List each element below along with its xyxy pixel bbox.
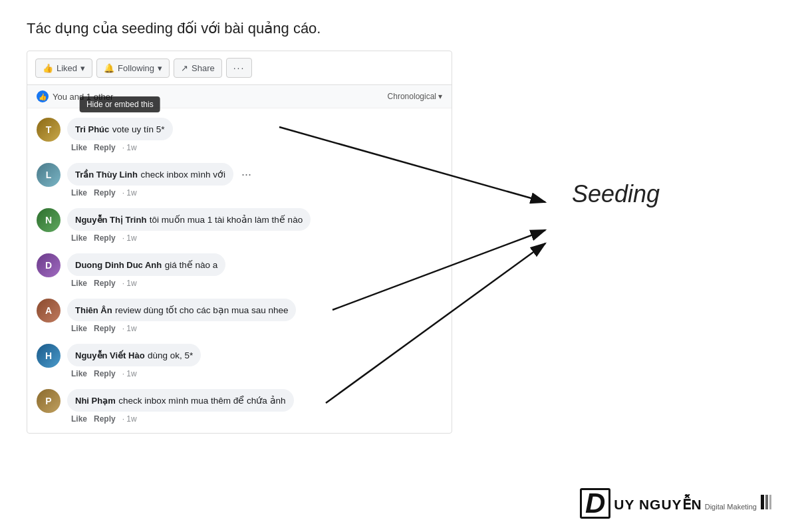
comments-list: T Tri Phúc vote uy tín 5* Hide or embed … [27,108,452,433]
comment-bubble: Duong Dinh Duc Anh giá thế nào a [67,253,225,276]
more-options-icon[interactable]: ··· [237,168,255,182]
comment-author: Nguyễn Thị Trinh [75,215,146,225]
comment-time: · 1w [122,143,137,152]
reply-action[interactable]: Reply [94,369,116,378]
comment-text: vote uy tín 5* [112,124,165,134]
comment-actions: Like Reply · 1w [67,186,442,198]
comment-author: Nhi Phạm [75,396,116,406]
comment-bubble: Thiên Ân review dùng tốt cho các bạn mua… [67,299,296,321]
like-action[interactable]: Like [71,188,87,198]
comment-author: Nguyễn Viết Hào [75,350,145,360]
table-row: P Nhi Phạm check inbox mình mua thêm để … [27,384,452,429]
like-action[interactable]: Like [71,369,87,378]
comment-bubble: Tri Phúc vote uy tín 5* [67,118,173,140]
tooltip-wrapper: Tri Phúc vote uy tín 5* Hide or embed th… [67,118,173,140]
following-dropdown-icon: ▾ [158,63,162,73]
comment-body: Tri Phúc vote uy tín 5* Hide or embed th… [67,118,442,152]
reply-action[interactable]: Reply [94,414,116,424]
share-icon: ↗ [181,63,188,73]
avatar: L [37,163,61,187]
sort-label: Chronological [388,92,436,101]
seeding-label: Seeding [572,180,758,208]
brand-sub: Digital Maketing [705,503,757,511]
comment-actions: Like Reply · 1w [67,140,442,152]
like-action[interactable]: Like [71,233,87,243]
table-row: N Nguyễn Thị Trinh tôi muốn mua 1 tài kh… [27,203,452,248]
reactions-icon: 👍 [37,90,49,102]
like-action[interactable]: Like [71,414,87,424]
table-row: D Duong Dinh Duc Anh giá thế nào a Like … [27,248,452,293]
comment-actions: Like Reply · 1w [67,321,442,333]
avatar: H [37,344,61,368]
comment-time: · 1w [122,279,137,288]
more-button[interactable]: ··· [226,58,253,78]
comment-body: Nguyễn Thị Trinh tôi muốn mua 1 tài khoả… [67,208,442,243]
comment-actions: Like Reply · 1w [67,412,442,424]
sort-dropdown-icon: ▾ [438,92,442,101]
comment-body: Duong Dinh Duc Anh giá thế nào a Like Re… [67,253,442,288]
avatar: D [37,253,61,277]
comment-text: giá thế nào a [165,260,218,270]
tooltip-box: Hide or embed this [80,96,160,112]
comment-actions: Like Reply · 1w [67,276,442,288]
reply-action[interactable]: Reply [94,324,116,333]
liked-dropdown-icon: ▾ [80,63,85,73]
action-bar: 👍 Liked ▾ 🔔 Following ▾ ↗ Share ··· [27,51,452,85]
comment-text: check inbox mình mua thêm để chứa ảnh [118,396,285,406]
comment-author: Thiên Ân [75,305,112,315]
brand-name: UY NGUYỄN [614,497,702,513]
comment-author: Trần Thùy Linh [75,170,138,180]
comment-bubble: Trần Thùy Linh check inbox mình với [67,163,233,186]
reply-action[interactable]: Reply [94,233,116,243]
comment-time: · 1w [122,414,137,424]
reply-action[interactable]: Reply [94,188,116,198]
thumbs-up-icon: 👍 [43,63,53,73]
brand-d-letter: D [580,488,610,519]
comment-author: Tri Phúc [75,124,109,134]
table-row: T Tri Phúc vote uy tín 5* Hide or embed … [27,112,452,158]
following-label: Following [118,63,154,73]
comment-text: check inbox mình với [140,170,225,180]
like-action[interactable]: Like [71,143,87,152]
avatar: T [37,118,61,142]
reply-action[interactable]: Reply [94,279,116,288]
avatar: P [37,389,61,413]
comment-body: Nguyễn Viết Hào dùng ok, 5* Like Reply ·… [67,344,442,378]
comment-author: Duong Dinh Duc Anh [75,260,162,270]
comment-body: Nhi Phạm check inbox mình mua thêm để ch… [67,389,442,424]
comment-actions: Like Reply · 1w [67,366,442,378]
comment-time: · 1w [122,233,137,243]
liked-label: Liked [57,63,77,73]
brand-footer: D UY NGUYỄN Digital Maketing [580,488,771,519]
bell-icon: 🔔 [104,63,114,73]
table-row: H Nguyễn Viết Hào dùng ok, 5* Like Reply… [27,338,452,384]
reply-action[interactable]: Reply [94,143,116,152]
comment-bubble: Nhi Phạm check inbox mình mua thêm để ch… [67,389,294,412]
facebook-panel: 👍 Liked ▾ 🔔 Following ▾ ↗ Share ··· 👍 Yo… [27,51,452,434]
comment-body: Trần Thùy Linh check inbox mình với ··· … [67,163,442,198]
comment-text: review dùng tốt cho các bạn mua sau nhee [115,305,288,315]
sort-button[interactable]: Chronological ▾ [388,92,442,101]
share-button[interactable]: ↗ Share [174,59,222,78]
comment-bubble: Nguyễn Thị Trinh tôi muốn mua 1 tài khoả… [67,208,311,231]
share-label: Share [192,63,215,73]
comment-text: tôi muốn mua 1 tài khoản làm thế nào [150,215,303,225]
liked-button[interactable]: 👍 Liked ▾ [35,59,92,78]
comment-time: · 1w [122,369,137,378]
following-button[interactable]: 🔔 Following ▾ [96,59,170,78]
comment-bubble: Nguyễn Viết Hào dùng ok, 5* [67,344,201,366]
like-action[interactable]: Like [71,324,87,333]
page-title: Tác dụng của seeding đối với bài quảng c… [0,0,798,51]
like-action[interactable]: Like [71,279,87,288]
comment-text: dùng ok, 5* [148,350,193,360]
comment-time: · 1w [122,324,137,333]
avatar: A [37,299,61,323]
table-row: A Thiên Ân review dùng tốt cho các bạn m… [27,293,452,338]
comment-time: · 1w [122,188,137,198]
table-row: L Trần Thùy Linh check inbox mình với ··… [27,158,452,203]
comment-actions: Like Reply · 1w [67,231,442,243]
comment-body: Thiên Ân review dùng tốt cho các bạn mua… [67,299,442,333]
avatar: N [37,208,61,232]
